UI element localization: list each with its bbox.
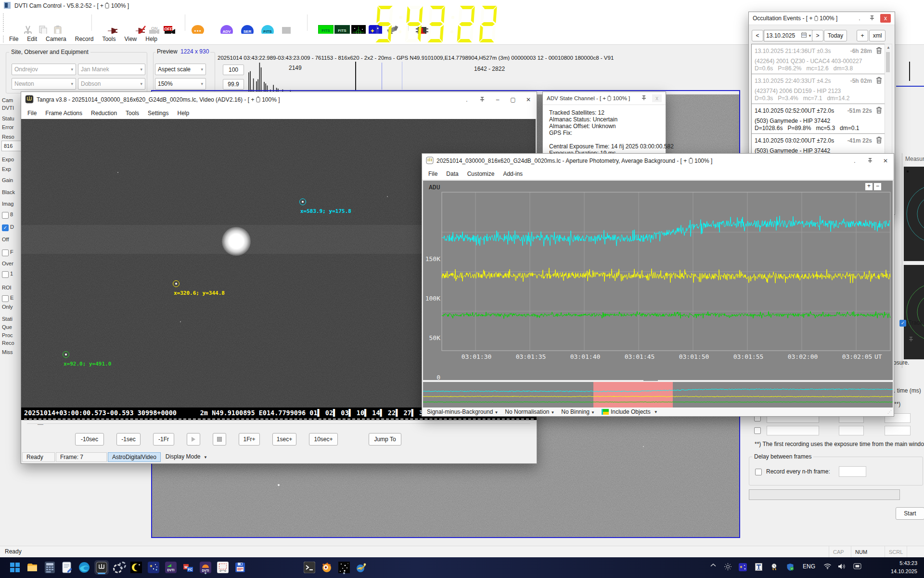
maximize-button[interactable]: ▢ <box>509 96 517 103</box>
taskbar-tangra-icon[interactable] <box>94 560 109 575</box>
setting-checkbox[interactable]: ✓ <box>2 224 9 231</box>
adv-state-window[interactable]: ADV State Channel - [ + 100% ] x Tracked… <box>542 92 666 160</box>
jump-to-button[interactable]: Jump To <box>369 433 401 446</box>
site-select[interactable]: Ondrejov▾ <box>12 64 76 75</box>
taskbar-cubes-icon[interactable]: MFC <box>181 560 195 575</box>
taskbar-star-chart-icon[interactable] <box>146 560 161 575</box>
pin-icon[interactable] <box>908 336 914 343</box>
taskbar-start-icon[interactable] <box>8 560 22 575</box>
zoom-in-button[interactable]: + <box>865 183 873 191</box>
taskbar-edge-icon[interactable] <box>77 560 91 575</box>
taskbar-occult-moon-icon[interactable] <box>129 560 143 575</box>
photometry-window[interactable]: 20251014_030000_816x620_G24dB_0020ms.lc … <box>422 153 894 417</box>
occultation-event-row[interactable]: 14.10.2025 02:52:00UT ±72.0s-51m 22s(503… <box>752 104 885 134</box>
taskbar-installer-icon[interactable] <box>354 560 369 575</box>
preview-resolution[interactable]: 1224 x 930 <box>179 48 210 55</box>
reduction-mode-dropdown[interactable]: Signal-minus-Background▼ <box>427 408 498 415</box>
seek-trackbar[interactable] <box>27 423 530 424</box>
pin-icon[interactable] <box>868 15 876 22</box>
today-button[interactable]: Today <box>824 30 847 41</box>
taskbar-gears-icon[interactable] <box>112 560 126 575</box>
readout-bottom[interactable]: 99.9 <box>223 79 244 90</box>
menu-item-data[interactable]: Data <box>442 170 462 178</box>
taskbar-dvti-cam-icon[interactable]: DVTI <box>198 560 213 575</box>
recording-2-name-input[interactable] <box>767 426 819 435</box>
trash-icon[interactable] <box>876 47 882 55</box>
collapse-button[interactable]: . <box>462 96 471 103</box>
occultation-titlebar[interactable]: Occultation Events - [ + 100% ] . x <box>749 12 895 25</box>
zoom-level-select[interactable]: 150%▾ <box>155 78 206 90</box>
seek-button[interactable]: 1Fr+ <box>239 433 260 446</box>
resize-grip[interactable]: ⋰ <box>887 409 892 414</box>
binning-dropdown[interactable]: No Binning▼ <box>561 408 595 415</box>
play-button[interactable] <box>187 433 200 446</box>
collapse-button[interactable]: . <box>855 15 864 22</box>
setting-checkbox[interactable] <box>2 212 9 219</box>
setting-checkbox[interactable] <box>2 271 9 278</box>
close-button[interactable]: ✕ <box>881 158 890 164</box>
taskbar-dvti-capture-icon[interactable]: DVTI <box>164 560 178 575</box>
volume-icon[interactable] <box>838 563 846 570</box>
recording-2-duration-input[interactable] <box>839 426 864 435</box>
date-picker[interactable]: 13.10.2025 ▼ <box>764 30 814 41</box>
seek-button[interactable]: -10sec <box>75 433 104 446</box>
prev-day-button[interactable]: < <box>752 30 763 41</box>
track-checkbox[interactable]: ✓ <box>899 320 906 327</box>
aperture-thumbnail-2[interactable] <box>904 265 924 359</box>
menu-item-edit[interactable]: Edit <box>23 35 41 43</box>
language-indicator[interactable]: ENG <box>803 563 815 570</box>
seek-button[interactable]: 1sec+ <box>272 433 296 446</box>
wifi-icon[interactable] <box>823 563 832 569</box>
tray-timestamp-icon[interactable] <box>755 563 762 571</box>
brightness-icon[interactable] <box>724 563 732 570</box>
format-badge[interactable]: AstroDigitalVideo <box>108 452 161 462</box>
setting-checkbox[interactable] <box>2 250 9 256</box>
taskbar-calculator-icon[interactable] <box>42 560 57 575</box>
recording-2-checkbox[interactable] <box>754 427 761 434</box>
tray-chevron-up-icon[interactable] <box>710 563 716 567</box>
touchpad-device-icon[interactable] <box>853 563 861 569</box>
readout-top[interactable]: 100 <box>223 65 244 75</box>
menu-item-customize[interactable]: Customize <box>463 170 499 178</box>
tray-clock[interactable]: 5:43:23 14.10.2025 <box>891 559 917 576</box>
occultation-event-row[interactable]: 13.10.2025 22:40:33UT ±4.2s-5h 02m(42377… <box>752 74 885 104</box>
menu-item-tools[interactable]: Tools <box>121 109 143 118</box>
zoom-out-button[interactable]: − <box>873 183 882 191</box>
close-button[interactable]: x <box>880 14 891 23</box>
menu-item-frame-actions[interactable]: Frame Actions <box>41 109 87 118</box>
tangra-titlebar[interactable]: Tangra v3.8 - 20251014_030000_816x620_G2… <box>21 92 537 108</box>
taskbar-xnview-icon[interactable] <box>320 560 334 575</box>
stop-button[interactable] <box>213 433 226 446</box>
pin-icon[interactable] <box>866 158 874 165</box>
menu-item-help[interactable]: Help <box>173 109 193 118</box>
taskbar-snipping-icon[interactable] <box>216 560 230 575</box>
menu-item-add-ins[interactable]: Add-ins <box>499 170 527 178</box>
observer-select[interactable]: Jan Manek▾ <box>78 64 145 75</box>
menu-item-camera[interactable]: Camera <box>41 35 71 43</box>
tracked-object-marker-2[interactable] <box>173 280 180 287</box>
collapse-button[interactable]: . <box>850 158 859 164</box>
menu-item-file[interactable]: File <box>23 109 41 118</box>
telescope-select[interactable]: Newton▾ <box>12 78 76 90</box>
menu-item-settings[interactable]: Settings <box>143 109 173 118</box>
pin-icon[interactable] <box>478 96 487 104</box>
setting-checkbox[interactable] <box>2 295 9 302</box>
adv-titlebar[interactable]: ADV State Channel - [ + 100% ] x <box>543 92 666 105</box>
xml-button[interactable]: xml <box>869 30 886 41</box>
seek-button[interactable]: 10sec+ <box>309 433 338 446</box>
tracked-object-marker-1[interactable] <box>299 198 306 205</box>
taskbar-star-field-icon[interactable] <box>337 560 351 575</box>
recording-2-exp-input[interactable] <box>885 426 911 435</box>
close-button[interactable]: ✕ <box>524 96 533 103</box>
nth-frame-checkbox[interactable] <box>755 469 762 475</box>
taskbar-notepad-icon[interactable] <box>60 560 74 575</box>
scroll-thumb[interactable] <box>886 52 890 72</box>
menu-item-record[interactable]: Record <box>71 35 98 43</box>
taskbar-terminal-icon[interactable] <box>302 560 317 575</box>
aperture-thumbnail-1[interactable] <box>904 167 924 261</box>
taskbar-explorer-icon[interactable] <box>25 560 39 575</box>
seek-button[interactable]: -1Fr <box>153 433 174 446</box>
display-mode-dropdown[interactable]: Display Mode ▼ <box>162 452 211 461</box>
seek-thumb[interactable]: — <box>38 421 43 428</box>
tray-starmap-icon[interactable] <box>739 563 747 571</box>
